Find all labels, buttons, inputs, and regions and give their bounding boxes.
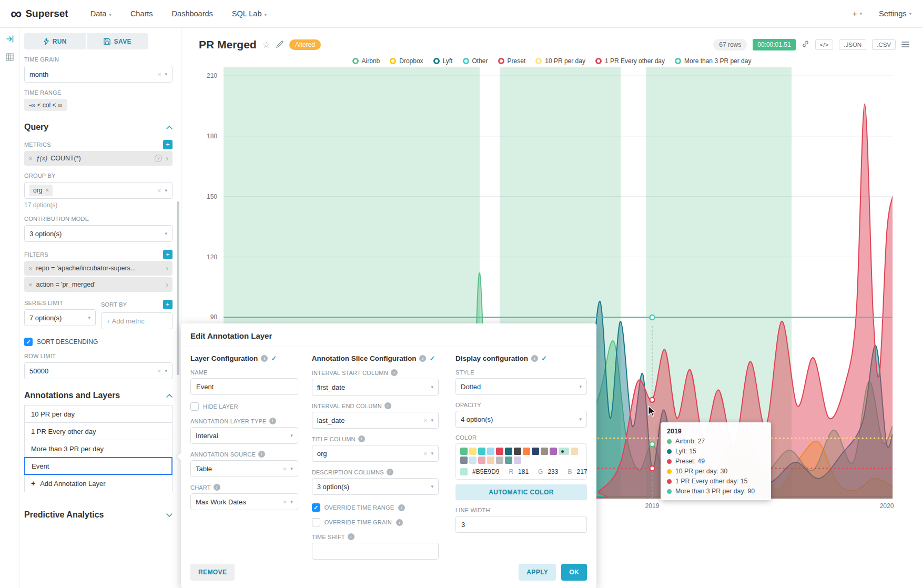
export-csv-button[interactable]: .CSV (872, 39, 896, 50)
legend-item[interactable]: 1 PR Every other day (595, 57, 665, 65)
info-icon[interactable]: i (348, 533, 354, 540)
edit-pencil-icon[interactable] (276, 40, 283, 49)
settings-menu[interactable]: Settings▾ (879, 9, 911, 18)
superset-logo[interactable]: ∞ Superset (11, 8, 68, 19)
b-value[interactable]: 217 (576, 468, 587, 475)
color-swatch[interactable] (496, 448, 503, 455)
remove-metric-icon[interactable]: × (28, 155, 33, 163)
info-icon[interactable]: i (396, 519, 403, 526)
predictive-analytics-section-header[interactable]: Predictive Analytics (24, 510, 173, 520)
info-icon[interactable]: i (384, 402, 391, 409)
r-value[interactable]: 181 (518, 468, 529, 475)
query-section-header[interactable]: Query (24, 123, 173, 132)
annotation-layer-item[interactable]: 10 PR per day (24, 405, 173, 423)
filter-pill[interactable]: ×repo = 'apache/incubator-supers...› (24, 261, 173, 276)
color-swatch[interactable] (550, 448, 557, 455)
color-swatch[interactable] (478, 457, 485, 464)
panel-scrollbar[interactable] (177, 201, 179, 375)
filter-pill[interactable]: ×action = 'pr_merged'› (24, 277, 173, 292)
interval-end-select[interactable]: last_date × ▾ (312, 412, 439, 429)
hex-value[interactable]: #B5E9D9 (472, 468, 499, 475)
export-json-button[interactable]: .JSON (839, 39, 866, 50)
color-swatch[interactable] (505, 457, 512, 464)
chart-select[interactable]: Max Work Dates × ▾ (190, 493, 298, 510)
menu-icon[interactable] (901, 40, 909, 49)
run-button[interactable]: RUN (24, 33, 86, 49)
time-range-chip[interactable]: -∞ ≤ col < ∞ (24, 99, 67, 111)
add-sort-metric-button[interactable]: + (163, 300, 173, 309)
remove-button[interactable]: REMOVE (190, 564, 235, 581)
color-swatch[interactable] (532, 448, 539, 455)
annotation-source-select[interactable]: Table × ▾ (190, 460, 298, 477)
info-icon[interactable]: i (531, 355, 538, 362)
nav-item-sql-lab[interactable]: SQL Lab▾ (232, 9, 267, 18)
series-limit-select[interactable]: 7 option(s) ▾ (24, 309, 96, 326)
ok-button[interactable]: OK (561, 564, 587, 581)
name-input[interactable] (190, 378, 298, 395)
color-swatch[interactable] (460, 448, 468, 455)
color-swatch[interactable] (469, 448, 477, 455)
color-swatch[interactable] (514, 448, 521, 455)
annotation-layer-item[interactable]: Event (24, 457, 173, 475)
color-swatch[interactable] (559, 448, 569, 455)
clear-icon[interactable]: × (157, 367, 161, 375)
color-swatch[interactable] (469, 457, 477, 464)
color-swatch[interactable] (460, 457, 468, 464)
nav-item-data[interactable]: Data▾ (90, 9, 112, 18)
info-icon[interactable]: i (261, 355, 268, 362)
legend-item[interactable]: Airbnb (352, 57, 380, 65)
description-columns-select[interactable]: 3 option(s) ▾ (312, 478, 439, 495)
hide-layer-checkbox[interactable]: HIDE LAYER (190, 402, 298, 411)
info-icon[interactable]: i (358, 435, 365, 442)
dataset-grid-icon[interactable] (6, 53, 14, 63)
info-icon[interactable]: i (391, 369, 398, 376)
favorite-star-icon[interactable]: ☆ (262, 40, 270, 49)
info-icon[interactable]: i (398, 504, 405, 511)
clear-icon[interactable]: × (283, 498, 287, 506)
info-icon[interactable]: i (419, 355, 426, 362)
legend-item[interactable]: Other (463, 57, 488, 65)
style-select[interactable]: Dotted ▾ (455, 378, 587, 395)
legend-item[interactable]: Dropbox (390, 57, 423, 65)
group-by-chip[interactable]: org× (29, 185, 53, 196)
color-swatch[interactable] (514, 457, 521, 464)
opacity-select[interactable]: 4 option(s) ▾ (455, 411, 587, 428)
color-swatch[interactable] (571, 448, 578, 455)
view-query-button[interactable]: </> (815, 39, 834, 50)
info-icon[interactable]: i (387, 469, 393, 475)
annotations-section-header[interactable]: Annotations and Layers (24, 391, 173, 400)
color-swatch[interactable] (487, 448, 494, 455)
color-swatch[interactable] (487, 457, 494, 464)
remove-chip-icon[interactable]: × (45, 187, 49, 194)
annotation-layer-type-select[interactable]: Interval ▾ (190, 427, 298, 444)
add-annotation-layer-button[interactable]: + Add Annotation Layer (24, 474, 173, 492)
new-item-button[interactable]: +▾ (853, 9, 862, 18)
info-icon[interactable]: i (214, 484, 220, 491)
legend-item[interactable]: 10 PR per day (535, 57, 585, 65)
clear-icon[interactable]: × (283, 465, 287, 473)
metric-pill[interactable]: × ƒ(x) COUNT(*) ? › (24, 151, 173, 166)
override-time-range-checkbox[interactable]: ✓ OVERRIDE TIME RANGE i (312, 503, 439, 512)
line-width-input[interactable] (455, 516, 587, 533)
nav-item-dashboards[interactable]: Dashboards (172, 9, 213, 18)
sort-by-select[interactable]: + Add metric (101, 312, 173, 329)
save-button[interactable]: SAVE (86, 33, 149, 49)
color-swatch[interactable] (478, 448, 485, 455)
title-column-select[interactable]: org × ▾ (312, 445, 439, 462)
add-metric-button[interactable]: + (163, 140, 173, 149)
remove-filter-icon[interactable]: × (28, 265, 33, 272)
color-swatch[interactable] (505, 448, 512, 455)
time-shift-input[interactable] (312, 543, 439, 560)
contribution-mode-select[interactable]: 3 option(s) ▾ (24, 225, 173, 242)
nav-item-charts[interactable]: Charts (130, 9, 153, 18)
info-icon[interactable]: i (258, 451, 265, 458)
collapse-datasource-panel-icon[interactable] (6, 35, 14, 45)
override-time-grain-checkbox[interactable]: OVERRIDE TIME GRAIN i (312, 518, 439, 526)
clear-icon[interactable]: × (423, 417, 428, 424)
interval-start-select[interactable]: first_date ▾ (312, 379, 439, 396)
annotation-layer-item[interactable]: More than 3 PR per day (24, 440, 173, 458)
legend-item[interactable]: More than 3 PR per day (675, 57, 751, 65)
g-value[interactable]: 233 (548, 468, 558, 475)
info-icon[interactable]: i (269, 418, 276, 424)
clear-icon[interactable]: × (157, 70, 161, 78)
